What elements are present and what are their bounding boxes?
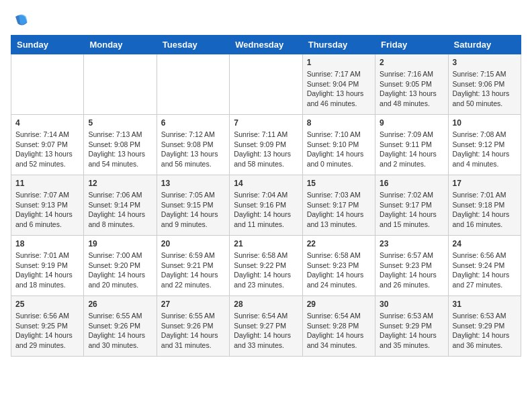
day-number: 18 [15, 239, 79, 248]
day-number: 16 [380, 179, 443, 188]
day-info: Sunrise: 7:06 AM Sunset: 9:14 PM Dayligh… [88, 190, 152, 230]
day-number: 1 [307, 58, 371, 67]
day-info: Sunrise: 6:57 AM Sunset: 9:23 PM Dayligh… [380, 250, 443, 290]
calendar-cell: 14Sunrise: 7:04 AM Sunset: 9:16 PM Dayli… [230, 175, 302, 236]
day-info: Sunrise: 7:02 AM Sunset: 9:17 PM Dayligh… [380, 190, 443, 230]
day-info: Sunrise: 6:54 AM Sunset: 9:28 PM Dayligh… [307, 311, 371, 351]
day-info: Sunrise: 6:59 AM Sunset: 9:21 PM Dayligh… [161, 250, 225, 290]
day-info: Sunrise: 7:03 AM Sunset: 9:17 PM Dayligh… [307, 190, 371, 230]
calendar-cell: 26Sunrise: 6:55 AM Sunset: 9:26 PM Dayli… [84, 296, 157, 357]
day-number: 4 [15, 118, 79, 128]
calendar-cell: 21Sunrise: 6:58 AM Sunset: 9:22 PM Dayli… [230, 236, 302, 296]
weekday-header: Wednesday [230, 36, 302, 54]
calendar-cell: 28Sunrise: 6:54 AM Sunset: 9:27 PM Dayli… [230, 296, 302, 357]
calendar-cell: 4Sunrise: 7:14 AM Sunset: 9:07 PM Daylig… [11, 115, 84, 175]
day-info: Sunrise: 6:53 AM Sunset: 9:29 PM Dayligh… [453, 311, 517, 351]
day-info: Sunrise: 7:01 AM Sunset: 9:18 PM Dayligh… [453, 190, 517, 230]
day-info: Sunrise: 7:13 AM Sunset: 9:08 PM Dayligh… [88, 130, 152, 169]
calendar-cell: 3Sunrise: 7:15 AM Sunset: 9:06 PM Daylig… [448, 54, 521, 115]
logo [11, 11, 32, 30]
weekday-header: Monday [84, 36, 157, 54]
day-number: 22 [307, 239, 371, 248]
day-number: 24 [453, 239, 517, 248]
calendar-cell: 1Sunrise: 7:17 AM Sunset: 9:04 PM Daylig… [302, 54, 375, 115]
calendar-cell: 20Sunrise: 6:59 AM Sunset: 9:21 PM Dayli… [157, 236, 229, 296]
day-info: Sunrise: 7:04 AM Sunset: 9:16 PM Dayligh… [234, 190, 298, 230]
calendar-cell: 5Sunrise: 7:13 AM Sunset: 9:08 PM Daylig… [84, 115, 157, 175]
day-info: Sunrise: 7:09 AM Sunset: 9:11 PM Dayligh… [380, 130, 443, 169]
day-number: 9 [380, 118, 443, 128]
calendar-cell: 16Sunrise: 7:02 AM Sunset: 9:17 PM Dayli… [375, 175, 448, 236]
calendar-cell: 10Sunrise: 7:08 AM Sunset: 9:12 PM Dayli… [448, 115, 521, 175]
day-info: Sunrise: 7:12 AM Sunset: 9:08 PM Dayligh… [161, 130, 225, 169]
calendar-cell: 7Sunrise: 7:11 AM Sunset: 9:09 PM Daylig… [230, 115, 302, 175]
day-info: Sunrise: 7:07 AM Sunset: 9:13 PM Dayligh… [15, 190, 79, 230]
logo-icon [11, 11, 30, 30]
calendar-cell: 6Sunrise: 7:12 AM Sunset: 9:08 PM Daylig… [157, 115, 229, 175]
day-number: 21 [234, 239, 298, 248]
calendar-cell [157, 54, 229, 115]
calendar-cell [84, 54, 157, 115]
day-number: 15 [307, 179, 371, 188]
weekday-header: Tuesday [157, 36, 229, 54]
calendar-cell: 30Sunrise: 6:53 AM Sunset: 9:29 PM Dayli… [375, 296, 448, 357]
day-info: Sunrise: 7:10 AM Sunset: 9:10 PM Dayligh… [307, 130, 371, 169]
day-info: Sunrise: 6:54 AM Sunset: 9:27 PM Dayligh… [234, 311, 298, 351]
day-number: 28 [234, 300, 298, 309]
calendar-cell: 25Sunrise: 6:56 AM Sunset: 9:25 PM Dayli… [11, 296, 84, 357]
day-number: 30 [380, 300, 443, 309]
day-info: Sunrise: 6:55 AM Sunset: 9:26 PM Dayligh… [161, 311, 225, 351]
day-info: Sunrise: 7:08 AM Sunset: 9:12 PM Dayligh… [453, 130, 517, 169]
calendar-week-row: 18Sunrise: 7:01 AM Sunset: 9:19 PM Dayli… [11, 236, 521, 296]
calendar-week-row: 4Sunrise: 7:14 AM Sunset: 9:07 PM Daylig… [11, 115, 521, 175]
calendar-cell [230, 54, 302, 115]
header-row: SundayMondayTuesdayWednesdayThursdayFrid… [11, 36, 521, 54]
calendar-cell: 24Sunrise: 6:56 AM Sunset: 9:24 PM Dayli… [448, 236, 521, 296]
day-number: 23 [380, 239, 443, 248]
day-number: 20 [161, 239, 225, 248]
calendar-cell: 11Sunrise: 7:07 AM Sunset: 9:13 PM Dayli… [11, 175, 84, 236]
day-number: 2 [380, 58, 443, 67]
weekday-header: Saturday [448, 36, 521, 54]
calendar-cell: 15Sunrise: 7:03 AM Sunset: 9:17 PM Dayli… [302, 175, 375, 236]
day-info: Sunrise: 6:58 AM Sunset: 9:23 PM Dayligh… [307, 250, 371, 290]
day-number: 17 [453, 179, 517, 188]
calendar-week-row: 1Sunrise: 7:17 AM Sunset: 9:04 PM Daylig… [11, 54, 521, 115]
calendar-week-row: 11Sunrise: 7:07 AM Sunset: 9:13 PM Dayli… [11, 175, 521, 236]
weekday-header: Thursday [302, 36, 375, 54]
calendar-cell [11, 54, 84, 115]
day-number: 13 [161, 179, 225, 188]
page-header [11, 11, 521, 30]
calendar-cell: 18Sunrise: 7:01 AM Sunset: 9:19 PM Dayli… [11, 236, 84, 296]
day-number: 26 [88, 300, 152, 309]
day-number: 14 [234, 179, 298, 188]
day-info: Sunrise: 7:15 AM Sunset: 9:06 PM Dayligh… [453, 69, 517, 109]
day-info: Sunrise: 7:00 AM Sunset: 9:20 PM Dayligh… [88, 250, 152, 290]
weekday-header: Friday [375, 36, 448, 54]
calendar-cell: 22Sunrise: 6:58 AM Sunset: 9:23 PM Dayli… [302, 236, 375, 296]
day-info: Sunrise: 7:16 AM Sunset: 9:05 PM Dayligh… [380, 69, 443, 109]
day-number: 7 [234, 118, 298, 128]
day-number: 3 [453, 58, 517, 67]
day-info: Sunrise: 7:11 AM Sunset: 9:09 PM Dayligh… [234, 130, 298, 169]
day-info: Sunrise: 7:17 AM Sunset: 9:04 PM Dayligh… [307, 69, 371, 109]
calendar-cell: 27Sunrise: 6:55 AM Sunset: 9:26 PM Dayli… [157, 296, 229, 357]
day-number: 8 [307, 118, 371, 128]
day-info: Sunrise: 6:56 AM Sunset: 9:24 PM Dayligh… [453, 250, 517, 290]
day-number: 27 [161, 300, 225, 309]
day-info: Sunrise: 6:58 AM Sunset: 9:22 PM Dayligh… [234, 250, 298, 290]
day-number: 10 [453, 118, 517, 128]
calendar-cell: 31Sunrise: 6:53 AM Sunset: 9:29 PM Dayli… [448, 296, 521, 357]
day-info: Sunrise: 6:53 AM Sunset: 9:29 PM Dayligh… [380, 311, 443, 351]
day-info: Sunrise: 6:55 AM Sunset: 9:26 PM Dayligh… [88, 311, 152, 351]
calendar-week-row: 25Sunrise: 6:56 AM Sunset: 9:25 PM Dayli… [11, 296, 521, 357]
day-number: 31 [453, 300, 517, 309]
calendar-cell: 8Sunrise: 7:10 AM Sunset: 9:10 PM Daylig… [302, 115, 375, 175]
calendar-cell: 17Sunrise: 7:01 AM Sunset: 9:18 PM Dayli… [448, 175, 521, 236]
calendar-cell: 12Sunrise: 7:06 AM Sunset: 9:14 PM Dayli… [84, 175, 157, 236]
day-number: 6 [161, 118, 225, 128]
day-number: 12 [88, 179, 152, 188]
day-number: 11 [15, 179, 79, 188]
calendar-cell: 9Sunrise: 7:09 AM Sunset: 9:11 PM Daylig… [375, 115, 448, 175]
calendar-cell: 2Sunrise: 7:16 AM Sunset: 9:05 PM Daylig… [375, 54, 448, 115]
